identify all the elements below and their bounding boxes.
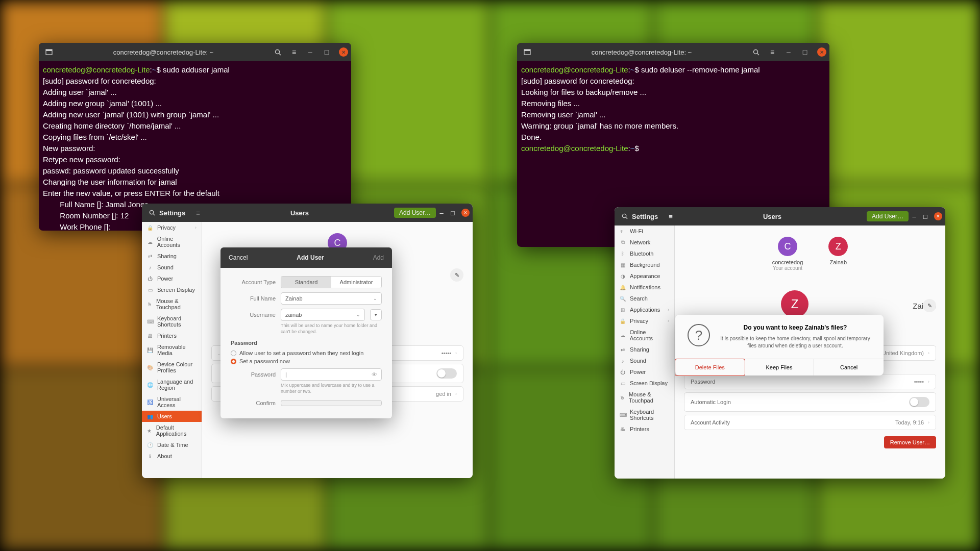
standard-option[interactable]: Standard [281, 277, 331, 288]
sidebar-item-screen-display[interactable]: ▭Screen Display [142, 284, 202, 295]
sidebar-item-wi-fi[interactable]: ᯤWi-Fi [615, 226, 674, 237]
radio-set-later[interactable]: Allow user to set a password when they n… [231, 350, 382, 356]
radio-set-now[interactable]: Set a password now [231, 358, 382, 364]
delete-files-button[interactable]: Delete Files [675, 359, 745, 376]
sidebar-icon: ★ [147, 428, 152, 434]
sidebar-item-sound[interactable]: ♪Sound [615, 355, 674, 366]
sidebar-item-label: Screen Display [630, 380, 668, 386]
toggle[interactable] [436, 368, 457, 379]
sidebar-item-default-applications[interactable]: ★Default Applications [142, 422, 202, 439]
user-avatar-concretedog[interactable]: CconcretedogYour account [772, 237, 803, 271]
close-button[interactable]: ✕ [461, 209, 470, 217]
administrator-option[interactable]: Administrator [331, 277, 381, 288]
sidebar-item-appearance[interactable]: ◑Appearance [615, 270, 674, 282]
settings-headerbar[interactable]: Settings ≡ Users Add User… – □ ✕ [142, 204, 473, 222]
chevron-down-icon[interactable]: ⌄ [356, 312, 360, 317]
svg-point-10 [622, 214, 626, 217]
search-icon[interactable] [618, 210, 632, 222]
sidebar-item-online-accounts[interactable]: ☁Online Accounts [142, 233, 202, 251]
sidebar-item-universal-access[interactable]: ♿Universal Access [142, 393, 202, 411]
sidebar-item-label: Mouse & Touchpad [156, 298, 197, 310]
autologin-row[interactable]: Automatic Login [684, 392, 936, 412]
close-button[interactable]: ✕ [339, 47, 348, 57]
sidebar-item-removable-media[interactable]: 💾Removable Media [142, 341, 202, 359]
hamburger-menu-icon[interactable]: ≡ [191, 207, 205, 219]
sidebar-item-mouse-touchpad[interactable]: 🖱Mouse & Touchpad [142, 295, 202, 313]
sidebar-item-keyboard-shortcuts[interactable]: ⌨Keyboard Shortcuts [615, 406, 674, 423]
full-name-input[interactable]: Zainab⌄ [281, 292, 382, 305]
username-input[interactable]: zainab⌄ [281, 309, 365, 321]
sidebar-item-sharing[interactable]: ⇄Sharing [142, 251, 202, 262]
sidebar-item-search[interactable]: 🔍Search [615, 293, 674, 304]
svg-point-8 [150, 210, 153, 214]
sidebar-item-power[interactable]: ⏻Power [615, 366, 674, 378]
sidebar-item-privacy[interactable]: 🔒Privacy› [615, 315, 674, 327]
hamburger-menu-icon[interactable]: ≡ [287, 45, 301, 59]
edit-button[interactable]: ✎ [923, 299, 936, 312]
remove-user-button[interactable]: Remove User… [884, 436, 936, 448]
search-icon[interactable] [749, 45, 763, 59]
sidebar-item-power[interactable]: ⏻Power [142, 273, 202, 284]
cancel-button[interactable]: Cancel [814, 359, 884, 375]
minimize-button[interactable]: – [436, 207, 447, 219]
search-icon[interactable] [145, 207, 159, 219]
add-user-button[interactable]: Add User… [867, 211, 909, 221]
terminal-titlebar[interactable]: concretedog@concretedog-Lite: ~ ≡ – □ ✕ [517, 43, 829, 61]
settings-sidebar[interactable]: 🔒Privacy›☁Online Accounts⇄Sharing♪Sound⏻… [142, 222, 202, 478]
reveal-password-icon[interactable]: 👁 [372, 371, 377, 378]
password-row[interactable]: Password•••••› [684, 374, 936, 389]
settings-headerbar[interactable]: Settings ≡ Users Add User… – □ ✕ [615, 207, 945, 226]
add-user-button[interactable]: Add User… [394, 208, 436, 218]
user-avatar-zainab[interactable]: ZZainab [828, 237, 848, 271]
edit-button[interactable]: ✎ [450, 268, 463, 282]
sidebar-item-printers[interactable]: 🖶Printers [615, 423, 674, 435]
hamburger-menu-icon[interactable]: ≡ [664, 210, 678, 222]
sidebar-item-network[interactable]: ⧉Network [615, 237, 674, 248]
sidebar-icon: ⌨ [147, 319, 153, 324]
close-button[interactable]: ✕ [934, 212, 942, 220]
maximize-button[interactable]: □ [798, 45, 812, 59]
sidebar-item-mouse-touchpad[interactable]: 🖱Mouse & Touchpad [615, 389, 674, 406]
sidebar-item-users[interactable]: 👥Users [142, 411, 202, 422]
sidebar-item-date-time[interactable]: 🕐Date & Time [142, 439, 202, 450]
sidebar-item-device-colour-profiles[interactable]: 🎨Device Colour Profiles [142, 359, 202, 376]
new-tab-button[interactable] [520, 45, 534, 59]
sidebar-item-privacy[interactable]: 🔒Privacy› [142, 222, 202, 233]
sidebar-item-printers[interactable]: 🖶Printers [142, 330, 202, 341]
minimize-button[interactable]: – [781, 45, 796, 59]
sidebar-item-applications[interactable]: ⊞Applications› [615, 304, 674, 315]
terminal-output[interactable]: concretedog@concretedog-Lite:~$ sudo del… [517, 61, 829, 157]
sidebar-item-online-accounts[interactable]: ☁Online Accounts [615, 327, 674, 344]
add-button[interactable]: Add [365, 247, 392, 268]
minimize-button[interactable]: – [909, 210, 920, 222]
chevron-down-icon[interactable]: ⌄ [373, 296, 377, 301]
dialog-header[interactable]: Cancel Add User Add [220, 247, 392, 268]
maximize-button[interactable]: □ [447, 207, 458, 219]
sidebar-item-background[interactable]: ▦Background [615, 259, 674, 270]
minimize-button[interactable]: – [303, 45, 317, 59]
hamburger-menu-icon[interactable]: ≡ [765, 45, 779, 59]
sidebar-item-sharing[interactable]: ⇄Sharing [615, 344, 674, 355]
maximize-button[interactable]: □ [920, 210, 931, 222]
sidebar-item-about[interactable]: ℹAbout [142, 450, 202, 462]
sidebar-item-screen-display[interactable]: ▭Screen Display [615, 378, 674, 389]
new-tab-button[interactable] [42, 45, 56, 59]
sidebar-item-bluetooth[interactable]: ᛒBluetooth [615, 248, 674, 259]
account-type-toggle[interactable]: Standard Administrator [281, 276, 382, 288]
keep-files-button[interactable]: Keep Files [745, 359, 815, 375]
search-icon[interactable] [271, 45, 285, 59]
terminal-titlebar[interactable]: concretedog@concretedog-Lite: ~ ≡ – □ ✕ [39, 43, 351, 61]
password-input[interactable]: |👁 [281, 368, 382, 381]
username-menu-button[interactable]: ▾ [370, 309, 382, 320]
sidebar-item-language-and-region[interactable]: 🌐Language and Region [142, 376, 202, 393]
sidebar-item-sound[interactable]: ♪Sound [142, 262, 202, 273]
maximize-button[interactable]: □ [320, 45, 334, 59]
sidebar-item-keyboard-shortcuts[interactable]: ⌨Keyboard Shortcuts [142, 313, 202, 330]
sidebar-item-notifications[interactable]: 🔔Notifications [615, 282, 674, 293]
activity-row[interactable]: Account ActivityToday, 9:16› [684, 415, 936, 430]
autologin-toggle[interactable] [909, 397, 929, 407]
confirm-input[interactable] [281, 400, 382, 406]
settings-sidebar[interactable]: ᯤWi-Fi⧉NetworkᛒBluetooth▦Background◑Appe… [615, 226, 675, 479]
cancel-button[interactable]: Cancel [220, 247, 256, 268]
close-button[interactable]: ✕ [817, 47, 826, 57]
